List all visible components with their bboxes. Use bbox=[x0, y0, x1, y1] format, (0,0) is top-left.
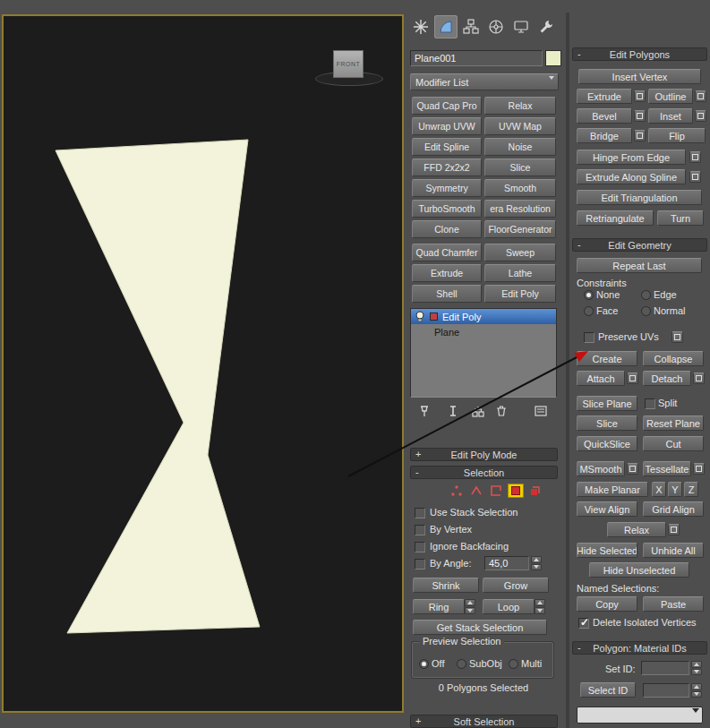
modifier-button[interactable]: Smooth bbox=[484, 179, 556, 197]
panel-scrollbar[interactable] bbox=[566, 13, 569, 728]
retriangulate-button[interactable]: Retriangulate bbox=[577, 210, 654, 226]
outline-button[interactable]: Outline bbox=[648, 89, 693, 104]
attach-button[interactable]: Attach bbox=[577, 371, 625, 386]
reset-plane-button[interactable]: Reset Plane bbox=[643, 415, 704, 431]
configure-modifier-sets-icon[interactable] bbox=[531, 403, 551, 419]
delete-isolated-vertices-checkbox[interactable]: ✓ bbox=[578, 618, 589, 629]
set-id-spinner[interactable] bbox=[691, 661, 702, 675]
show-end-result-icon[interactable] bbox=[443, 403, 463, 419]
turn-button[interactable]: Turn bbox=[657, 210, 704, 226]
msmooth-settings-button[interactable] bbox=[627, 463, 638, 475]
make-planar-z-button[interactable]: Z bbox=[684, 482, 698, 497]
preview-multi-radio[interactable] bbox=[509, 659, 518, 669]
constraint-none-radio[interactable] bbox=[584, 290, 594, 300]
modifier-button[interactable]: TurboSmooth bbox=[412, 200, 482, 218]
modifier-button[interactable]: Shell bbox=[412, 285, 482, 303]
relax-settings-button[interactable] bbox=[668, 524, 680, 535]
attach-settings-button[interactable] bbox=[627, 373, 638, 384]
modifier-button[interactable]: Edit Spline bbox=[412, 138, 482, 156]
viewport[interactable]: FRONT bbox=[2, 14, 404, 713]
modifier-button[interactable]: era Resolution bbox=[484, 200, 556, 218]
plane-object[interactable] bbox=[4, 16, 402, 711]
display-tab[interactable] bbox=[509, 15, 533, 39]
extrude-along-spline-button[interactable]: Extrude Along Spline bbox=[577, 169, 686, 184]
rollout-soft-selection[interactable]: + Soft Selection bbox=[410, 715, 558, 728]
rollout-edit-geometry[interactable]: - Edit Geometry bbox=[572, 238, 707, 252]
slice-button[interactable]: Slice bbox=[577, 415, 637, 431]
rollout-edit-poly-mode[interactable]: + Edit Poly Mode bbox=[410, 448, 558, 461]
loop-spinner[interactable] bbox=[535, 599, 545, 614]
hide-unselected-button[interactable]: Hide Unselected bbox=[589, 562, 689, 578]
relax-button[interactable]: Relax bbox=[607, 522, 666, 537]
loop-button[interactable]: Loop bbox=[483, 599, 535, 614]
modifier-button[interactable]: Extrude bbox=[412, 264, 482, 282]
make-planar-x-button[interactable]: X bbox=[652, 482, 666, 497]
modifier-button[interactable]: Unwrap UVW bbox=[412, 117, 482, 135]
ignore-backfacing-checkbox[interactable] bbox=[415, 542, 425, 552]
get-stack-selection-button[interactable]: Get Stack Selection bbox=[413, 620, 547, 635]
bridge-button[interactable]: Bridge bbox=[577, 128, 632, 143]
hinge-settings-button[interactable] bbox=[689, 151, 701, 163]
bridge-settings-button[interactable] bbox=[634, 130, 646, 141]
preserve-uvs-checkbox[interactable] bbox=[584, 332, 595, 343]
edit-triangulation-button[interactable]: Edit Triangulation bbox=[577, 190, 702, 205]
msmooth-button[interactable]: MSmooth bbox=[577, 461, 625, 476]
modifier-button[interactable]: Slice bbox=[484, 158, 556, 176]
flip-button[interactable]: Flip bbox=[648, 128, 706, 143]
modifier-button[interactable]: FloorGenerator bbox=[484, 220, 556, 238]
grid-align-button[interactable]: Grid Align bbox=[643, 501, 704, 517]
constraint-face-radio[interactable] bbox=[584, 306, 594, 316]
collapse-button[interactable]: Collapse bbox=[643, 351, 704, 366]
inset-button[interactable]: Inset bbox=[648, 108, 693, 124]
split-checkbox[interactable] bbox=[645, 398, 655, 409]
cut-button[interactable]: Cut bbox=[643, 436, 704, 451]
create-tab[interactable] bbox=[409, 15, 432, 39]
pin-stack-icon[interactable] bbox=[415, 403, 434, 419]
rollout-polygon-material-ids[interactable]: - Polygon: Material IDs bbox=[572, 641, 707, 655]
vertex-icon[interactable] bbox=[449, 484, 465, 498]
constraint-edge-radio[interactable] bbox=[641, 290, 651, 300]
bevel-button[interactable]: Bevel bbox=[577, 108, 632, 124]
element-icon[interactable] bbox=[527, 484, 543, 498]
select-id-spinner[interactable] bbox=[691, 683, 702, 698]
modifier-button[interactable]: Noise bbox=[484, 138, 556, 156]
object-name-field[interactable]: Plane001 bbox=[410, 50, 543, 66]
slice-plane-button[interactable]: Slice Plane bbox=[577, 396, 637, 411]
modify-tab[interactable] bbox=[434, 15, 458, 39]
constraint-normal-radio[interactable] bbox=[641, 306, 651, 316]
modifier-button[interactable]: UVW Map bbox=[484, 117, 556, 135]
unhide-all-button[interactable]: Unhide All bbox=[643, 543, 704, 558]
modifier-button[interactable]: Quad Chamfer bbox=[412, 244, 482, 261]
set-id-field[interactable] bbox=[641, 661, 689, 675]
extrude-settings-button[interactable] bbox=[634, 90, 646, 102]
tessellate-settings-button[interactable] bbox=[693, 463, 705, 475]
stack-item-plane[interactable]: Plane bbox=[411, 324, 556, 339]
select-id-button[interactable]: Select ID bbox=[580, 682, 636, 698]
detach-button[interactable]: Detach bbox=[643, 371, 691, 386]
grow-button[interactable]: Grow bbox=[483, 578, 549, 593]
extrude-along-spline-settings-button[interactable] bbox=[689, 171, 701, 183]
hide-selected-button[interactable]: Hide Selected bbox=[577, 543, 637, 558]
select-id-field[interactable] bbox=[643, 683, 689, 698]
preview-off-radio[interactable] bbox=[419, 659, 429, 669]
view-align-button[interactable]: View Align bbox=[577, 501, 637, 517]
detach-settings-button[interactable] bbox=[693, 373, 705, 384]
edge-icon[interactable] bbox=[468, 484, 484, 498]
polygon-icon[interactable] bbox=[508, 484, 524, 498]
paste-button[interactable]: Paste bbox=[643, 596, 704, 612]
by-vertex-checkbox[interactable] bbox=[415, 525, 425, 535]
visibility-bulb-icon[interactable] bbox=[415, 311, 425, 323]
repeat-last-button[interactable]: Repeat Last bbox=[577, 258, 702, 273]
modifier-list-dropdown[interactable]: Modifier List bbox=[410, 73, 559, 90]
tessellate-button[interactable]: Tessellate bbox=[643, 461, 691, 476]
modifier-button[interactable]: Relax bbox=[484, 97, 556, 115]
modifier-button[interactable]: FFD 2x2x2 bbox=[412, 158, 482, 176]
hierarchy-tab[interactable] bbox=[459, 15, 483, 39]
insert-vertex-button[interactable]: Insert Vertex bbox=[578, 69, 701, 84]
modifier-stack[interactable]: Edit Poly Plane bbox=[410, 308, 557, 398]
named-selection-dropdown[interactable] bbox=[577, 707, 703, 724]
by-angle-field[interactable]: 45,0 bbox=[484, 556, 529, 570]
extrude-button[interactable]: Extrude bbox=[577, 89, 632, 104]
rollout-edit-polygons[interactable]: - Edit Polygons bbox=[572, 47, 707, 61]
use-stack-selection-checkbox[interactable] bbox=[415, 508, 425, 518]
